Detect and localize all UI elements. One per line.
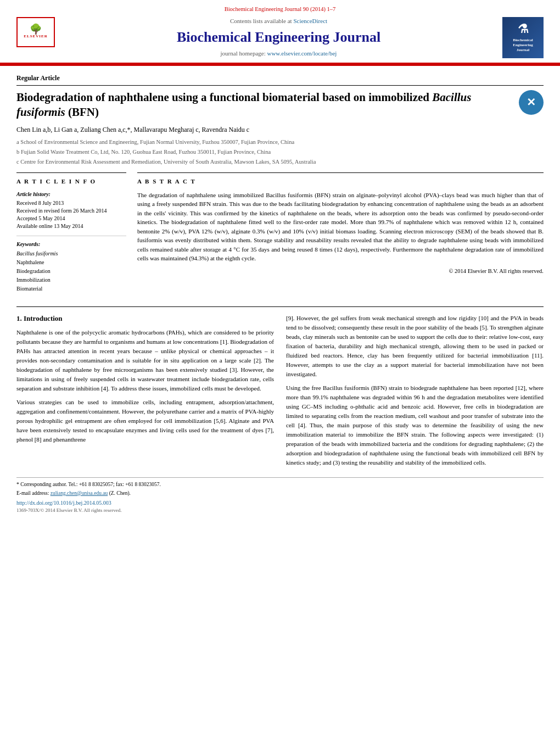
main-content: Regular Article Biodegradation of naphth… [0, 66, 560, 478]
keyword-3: Biodegradation [16, 267, 126, 276]
abstract-text: The degradation of naphthalene using imm… [137, 191, 544, 263]
sciencedirect-prefix: Contents lists available at [230, 18, 292, 24]
introduction-heading: 1. Introduction [16, 314, 274, 323]
authors: Chen Lin a,b, Li Gan a, Zuliang Chen a,c… [16, 125, 544, 135]
title-part1: Biodegradation of naphthalene using a fu… [16, 91, 432, 104]
affiliation-a: a School of Environmental Science and En… [16, 138, 544, 147]
sciencedirect-link[interactable]: ScienceDirect [293, 18, 327, 24]
page: Biochemical Engineering Journal 90 (2014… [0, 0, 560, 742]
crossmark-icon: ✕ [519, 90, 544, 115]
body-divider [16, 306, 544, 307]
keyword-1: Bacillus fusiformis [16, 249, 126, 258]
journal-title: Biochemical Engineering Journal [66, 27, 491, 47]
sciencedirect-line: Contents lists available at ScienceDirec… [66, 17, 491, 25]
doi-text[interactable]: http://dx.doi.org/10.1016/j.bej.2014.05.… [16, 499, 544, 507]
article-title-section: Biodegradation of naphthalene using a fu… [16, 90, 544, 120]
article-title: Biodegradation of naphthalene using a fu… [16, 90, 519, 120]
intro-para-1: Naphthalene is one of the polycyclic aro… [16, 328, 274, 393]
elsevier-logo-box: 🌳 ELSEVIER [16, 17, 55, 47]
footnote-email-label: E-mail address: [16, 490, 49, 496]
bej-icon: ⚗ [518, 22, 529, 36]
intro-para-2: Various strategies can be used to immobi… [16, 398, 274, 444]
right-para-2: Using the free Bacillus fusiformis (BFN)… [286, 383, 544, 467]
history-heading: Article history: [16, 191, 126, 198]
right-column: [9]. However, the gel suffers from weak … [286, 314, 544, 472]
affiliation-c: c Centre for Environmental Risk Assessme… [16, 158, 544, 166]
accepted-date: Accepted 5 May 2014 [16, 215, 126, 222]
two-col-section: A R T I C L E I N F O Article history: R… [16, 172, 544, 298]
footnote-email-suffix: (Z. Chen). [109, 490, 131, 496]
keyword-2: Naphthalene [16, 258, 126, 267]
copyright-text: © 2014 Elsevier B.V. All rights reserved… [137, 267, 544, 276]
revised-date: Received in revised form 26 March 2014 [16, 207, 126, 215]
issn-text: 1369-703X/© 2014 Elsevier B.V. All right… [16, 507, 544, 514]
keyword-5: Biomaterial [16, 284, 126, 293]
affiliations: a School of Environmental Science and En… [16, 138, 544, 166]
bej-logo: ⚗ BiochemicalEngineeringJournal [502, 17, 544, 58]
info-divider [16, 236, 126, 236]
red-bar [0, 63, 560, 65]
elsevier-logo: 🌳 ELSEVIER [16, 17, 55, 47]
article-info-heading: A R T I C L E I N F O [16, 177, 126, 186]
homepage-label: journal homepage: [221, 50, 266, 57]
footnote-email-link[interactable]: zuliang.chen@unisa.edu.au [51, 490, 108, 496]
article-history: Article history: Received 8 July 2013 Re… [16, 191, 126, 230]
left-column: 1. Introduction Naphthalene is one of th… [16, 314, 274, 472]
footnote-star: * Corresponding author. Tel.: +61 8 8302… [16, 481, 544, 488]
elsevier-wordmark: ELSEVIER [24, 34, 47, 40]
footnote-email-line: E-mail address: zuliang.chen@unisa.edu.a… [16, 490, 544, 497]
keywords-list: Bacillus fusiformis Naphthalene Biodegra… [16, 249, 126, 293]
available-date: Available online 13 May 2014 [16, 222, 126, 230]
article-type: Regular Article [16, 74, 544, 86]
keywords-section: Keywords: Bacillus fusiformis Naphthalen… [16, 241, 126, 293]
title-part2: (BFN) [65, 105, 99, 119]
received-date: Received 8 July 2013 [16, 199, 126, 207]
abstract-heading: A B S T R A C T [137, 177, 544, 186]
keywords-heading: Keywords: [16, 241, 126, 248]
journal-homepage: journal homepage: www.elsevier.com/locat… [66, 49, 491, 58]
abstract-section: A B S T R A C T The degradation of napht… [137, 172, 544, 298]
journal-header: Biochemical Engineering Journal 90 (2014… [0, 0, 560, 66]
journal-ref: Biochemical Engineering Journal 90 (2014… [16, 5, 544, 14]
article-info: A R T I C L E I N F O Article history: R… [16, 172, 126, 298]
affiliation-b: b Fujian Solid Waste Treatment Co, Ltd, … [16, 148, 544, 157]
tree-icon: 🌳 [30, 24, 42, 34]
right-para-1: [9]. However, the gel suffers from weak … [286, 314, 544, 379]
keyword-4: Immobilization [16, 276, 126, 284]
page-footer: * Corresponding author. Tel.: +61 8 8302… [16, 477, 544, 518]
homepage-url[interactable]: www.elsevier.com/locate/bej [267, 50, 337, 57]
body-content: 1. Introduction Naphthalene is one of th… [16, 314, 544, 472]
journal-center: Contents lists available at ScienceDirec… [55, 17, 502, 58]
